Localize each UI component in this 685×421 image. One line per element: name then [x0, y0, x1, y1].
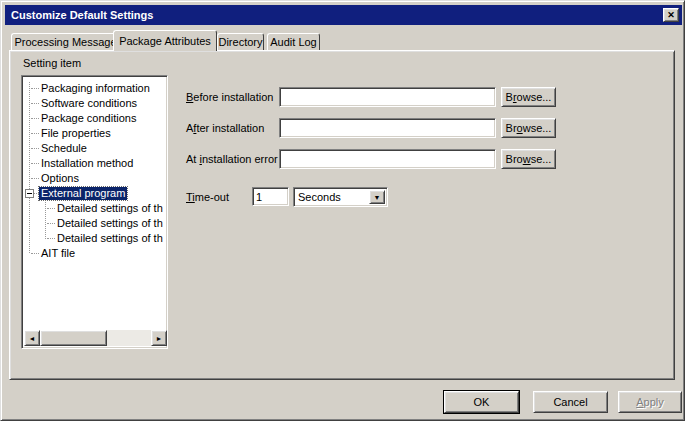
tree-item-label: Schedule — [39, 142, 89, 155]
tab-processing-message[interactable]: Processing Message — [11, 33, 120, 50]
setting-item-tree[interactable]: Packaging information Software condition… — [21, 75, 168, 349]
after-installation-browse-button[interactable]: Browse... — [501, 118, 556, 138]
tree-expander-minus-icon[interactable] — [25, 189, 34, 198]
scroll-left-arrow-icon[interactable]: ◄ — [24, 330, 40, 346]
scroll-left-glyph: ◄ — [29, 335, 36, 342]
browse-button-label: Browse... — [506, 91, 552, 103]
tree-item-package-conditions[interactable]: Package conditions — [24, 111, 165, 126]
tree-tick — [31, 133, 39, 134]
tree-item-label-selected: External program — [39, 187, 127, 200]
dialog-title: Customize Default Settings — [11, 9, 153, 21]
timeout-unit-value: Seconds — [298, 191, 341, 203]
tree-item-detailed-settings-3[interactable]: Detailed settings of th — [24, 231, 165, 246]
tree-item-label: Options — [39, 172, 81, 185]
scroll-right-arrow-icon[interactable]: ► — [151, 330, 167, 346]
dropdown-arrow-button[interactable]: ▼ — [369, 190, 385, 204]
cancel-button-label: Cancel — [553, 396, 587, 408]
tree-item-label: Packaging information — [39, 82, 152, 95]
tree-item-schedule[interactable]: Schedule — [24, 141, 165, 156]
tab-label: Audit Log — [270, 36, 316, 48]
tab-directory[interactable]: Directory — [217, 33, 264, 50]
apply-button[interactable]: Apply — [618, 391, 682, 413]
tree-tick — [31, 178, 39, 179]
cancel-button[interactable]: Cancel — [533, 391, 608, 413]
tree-tick — [31, 253, 39, 254]
browse-button-label: Browse... — [506, 153, 552, 165]
ok-button-label: OK — [474, 396, 490, 408]
tab-audit-log[interactable]: Audit Log — [267, 33, 320, 50]
tree-item-packaging-information[interactable]: Packaging information — [24, 81, 165, 96]
timeout-unit-dropdown[interactable]: Seconds ▼ — [293, 187, 388, 207]
tree-tick — [31, 148, 39, 149]
apply-button-label: Apply — [636, 396, 664, 408]
tree-item-label: Software conditions — [39, 97, 139, 110]
tree-item-label: Detailed settings of th — [55, 232, 165, 245]
ok-button[interactable]: OK — [444, 391, 519, 413]
browse-button-label: Browse... — [506, 122, 552, 134]
tree-item-label: File properties — [39, 127, 113, 140]
tab-package-attributes[interactable]: Package Attributes — [113, 30, 217, 51]
timeout-value-input[interactable] — [252, 187, 289, 206]
timeout-label: Time-out — [186, 191, 229, 204]
tree-tick — [47, 208, 55, 209]
after-installation-input[interactable] — [279, 118, 496, 138]
tree-item-detailed-settings-1[interactable]: Detailed settings of th — [24, 201, 165, 216]
close-button[interactable]: ✕ — [663, 8, 679, 22]
tree-item-software-conditions[interactable]: Software conditions — [24, 96, 165, 111]
tree-item-label: Detailed settings of th — [55, 217, 165, 230]
tab-label: Processing Message — [14, 36, 116, 48]
before-installation-input[interactable] — [279, 87, 496, 107]
tree-tick — [47, 238, 55, 239]
tree-item-external-program[interactable]: External program — [24, 186, 165, 201]
tree-tick — [47, 223, 55, 224]
tab-label: Directory — [218, 36, 262, 48]
title-bar: Customize Default Settings ✕ — [5, 5, 682, 25]
tree-tick — [31, 163, 39, 164]
tree-item-label: Detailed settings of th — [55, 202, 165, 215]
tree-item-label: Installation method — [39, 157, 135, 170]
scrollbar-thumb[interactable] — [40, 330, 107, 346]
close-icon: ✕ — [667, 11, 675, 20]
tree-tick — [31, 88, 39, 89]
chevron-down-icon: ▼ — [374, 194, 381, 201]
before-installation-browse-button[interactable]: Browse... — [501, 87, 556, 107]
scroll-right-glyph: ► — [156, 335, 163, 342]
tree-tick — [31, 103, 39, 104]
tree-item-detailed-settings-2[interactable]: Detailed settings of th — [24, 216, 165, 231]
tree-item-options[interactable]: Options — [24, 171, 165, 186]
tree-item-installation-method[interactable]: Installation method — [24, 156, 165, 171]
tree-tick — [31, 118, 39, 119]
tree-item-label: Package conditions — [39, 112, 138, 125]
tree-item-file-properties[interactable]: File properties — [24, 126, 165, 141]
tree-item-ait-file[interactable]: AIT file — [24, 246, 165, 261]
before-installation-label: Before installation — [186, 91, 273, 104]
at-installation-error-input[interactable] — [279, 149, 496, 169]
after-installation-label: After installation — [186, 122, 264, 135]
tree-item-label: AIT file — [39, 247, 77, 260]
dialog-customize-default-settings: Customize Default Settings ✕ Processing … — [0, 0, 685, 421]
setting-item-caption: Setting item — [23, 57, 81, 69]
at-installation-error-label: At installation error — [186, 153, 278, 166]
tree-horizontal-scrollbar[interactable]: ◄ ► — [24, 330, 167, 346]
tab-label: Package Attributes — [119, 35, 211, 47]
at-installation-error-browse-button[interactable]: Browse... — [501, 149, 556, 169]
